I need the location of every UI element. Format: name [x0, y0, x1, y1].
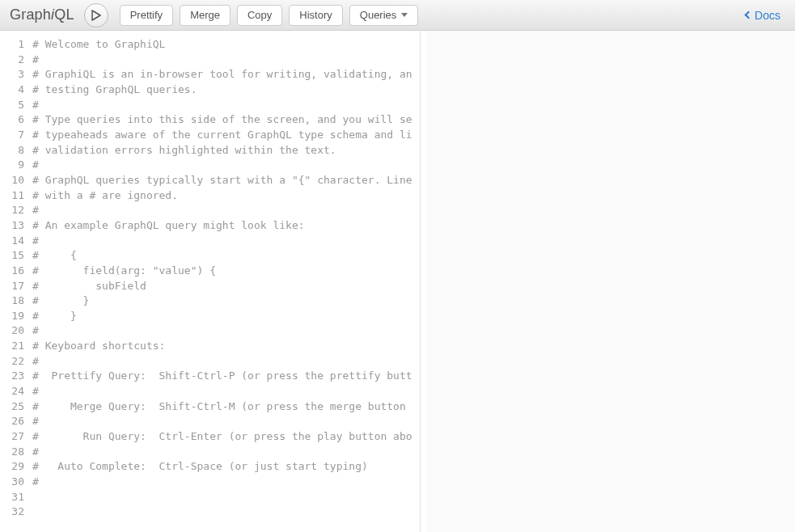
code-line: # Type queries into this side of the scr… [32, 112, 420, 128]
code-line: # [32, 158, 420, 173]
code-line: # typeaheads aware of the current GraphQ… [32, 128, 420, 143]
query-editor[interactable]: # Welcome to GraphiQL## GraphiQL is an i… [29, 31, 420, 532]
line-number: 32 [0, 505, 24, 520]
code-line: # field(arg: "value") { [32, 264, 420, 279]
line-number: 9 [0, 158, 24, 173]
code-line: # Welcome to GraphiQL [32, 37, 420, 53]
logo-prefix: Graph [10, 6, 51, 23]
line-number: 3 [0, 67, 24, 82]
merge-button[interactable]: Merge [180, 5, 230, 26]
code-line: # [32, 354, 420, 369]
code-line: # Auto Complete: Ctrl-Space (or just sta… [32, 459, 420, 475]
code-line: # { [32, 248, 420, 264]
code-line: # GraphQL queries typically start with a… [32, 173, 420, 188]
workspace: 1234567891011121314151617181920212223242… [0, 31, 795, 532]
line-number: 26 [0, 414, 24, 429]
docs-button[interactable]: Docs [738, 5, 789, 26]
line-number: 14 [0, 234, 24, 249]
line-number: 16 [0, 264, 24, 279]
line-number: 2 [0, 53, 24, 68]
code-line [32, 490, 420, 505]
logo-suffix: QL [54, 6, 74, 23]
prettify-button[interactable]: Prettify [120, 5, 173, 26]
line-number: 10 [0, 173, 24, 188]
history-button[interactable]: History [289, 5, 342, 26]
code-line: # [32, 98, 420, 113]
code-line: # GraphiQL is an in-browser tool for wri… [32, 67, 420, 82]
line-number: 21 [0, 339, 24, 354]
line-number: 15 [0, 248, 24, 264]
line-number: 1 [0, 37, 24, 53]
code-line: # testing GraphQL queries. [32, 82, 420, 98]
chevron-left-icon [745, 11, 753, 19]
code-line: # subField [32, 279, 420, 294]
line-number: 25 [0, 399, 24, 415]
line-number: 19 [0, 309, 24, 324]
line-number: 6 [0, 112, 24, 128]
line-number: 18 [0, 293, 24, 309]
play-icon [91, 10, 101, 21]
line-number: 7 [0, 128, 24, 143]
code-line: # } [32, 309, 420, 324]
code-line: # [32, 234, 420, 249]
docs-label: Docs [755, 9, 780, 22]
line-number: 30 [0, 475, 24, 490]
code-line: # An example GraphQL query might look li… [32, 218, 420, 234]
line-number: 11 [0, 188, 24, 204]
line-number: 28 [0, 445, 24, 460]
results-pane [426, 31, 795, 532]
line-number: 22 [0, 354, 24, 369]
query-editor-pane: 1234567891011121314151617181920212223242… [0, 31, 421, 532]
pane-splitter[interactable] [421, 31, 426, 532]
line-number: 27 [0, 429, 24, 445]
code-line: # Merge Query: Shift-Ctrl-M (or press th… [32, 399, 420, 415]
code-line: # [32, 203, 420, 218]
line-number: 12 [0, 203, 24, 218]
line-number: 13 [0, 218, 24, 234]
code-line: # [32, 53, 420, 68]
logo: GraphiQL [6, 6, 84, 23]
code-line: # } [32, 293, 420, 309]
line-number: 17 [0, 279, 24, 294]
line-number: 24 [0, 384, 24, 399]
code-line: # [32, 414, 420, 429]
execute-button[interactable] [84, 3, 108, 27]
code-line [32, 505, 420, 520]
code-line: # Run Query: Ctrl-Enter (or press the pl… [32, 429, 420, 445]
queries-dropdown[interactable]: Queries [349, 5, 419, 26]
code-line: # validation errors highlighted within t… [32, 143, 420, 158]
code-line: # [32, 384, 420, 399]
copy-button[interactable]: Copy [237, 5, 282, 26]
code-line: # [32, 323, 420, 339]
line-number: 4 [0, 82, 24, 98]
topbar: GraphiQL Prettify Merge Copy History Que… [0, 0, 795, 31]
line-number: 29 [0, 459, 24, 475]
code-line: # [32, 445, 420, 460]
line-number-gutter: 1234567891011121314151617181920212223242… [0, 31, 29, 532]
caret-down-icon [401, 13, 408, 17]
line-number: 8 [0, 143, 24, 158]
line-number: 23 [0, 369, 24, 384]
line-number: 20 [0, 323, 24, 339]
code-line: # Keyboard shortcuts: [32, 339, 420, 354]
code-line: # with a # are ignored. [32, 188, 420, 204]
line-number: 5 [0, 98, 24, 113]
queries-label: Queries [360, 9, 397, 21]
line-number: 31 [0, 490, 24, 505]
code-line: # Prettify Query: Shift-Ctrl-P (or press… [32, 369, 420, 384]
code-line: # [32, 475, 420, 490]
